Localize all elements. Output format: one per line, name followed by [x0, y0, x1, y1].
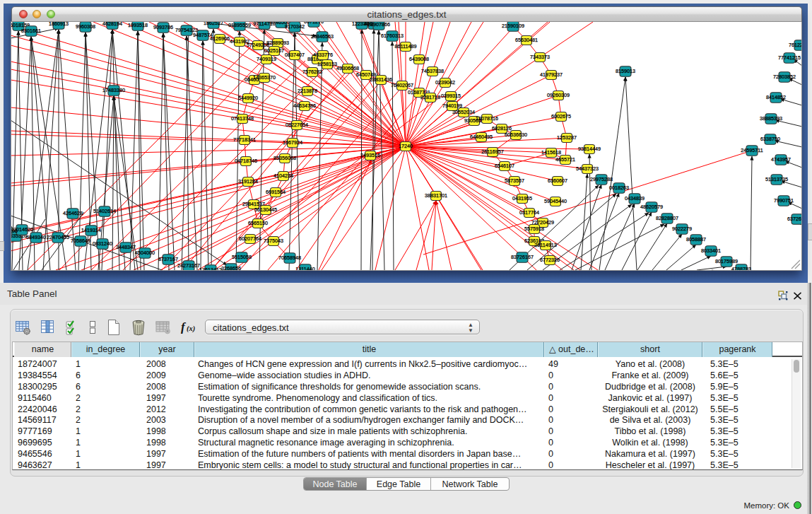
svg-text:13613412: 13613412 — [199, 267, 222, 270]
svg-text:85356068: 85356068 — [273, 155, 296, 161]
svg-text:1862527: 1862527 — [204, 22, 223, 26]
svg-text:1415618: 1415618 — [541, 149, 561, 156]
svg-text:1253287: 1253287 — [557, 134, 577, 141]
svg-text:1860913: 1860913 — [49, 22, 69, 27]
svg-text:29975288: 29975288 — [590, 176, 613, 182]
svg-text:4628194: 4628194 — [102, 22, 122, 27]
svg-text:3448347: 3448347 — [116, 244, 136, 250]
svg-text:6439008: 6439008 — [409, 56, 429, 62]
svg-text:f: f — [181, 320, 187, 334]
svg-text:74537838: 74537838 — [421, 68, 444, 74]
svg-text:5515058: 5515058 — [232, 254, 252, 260]
svg-text:4504000: 4504000 — [135, 250, 155, 256]
svg-text:44634786: 44634786 — [293, 103, 316, 109]
svg-text:6002675: 6002675 — [551, 113, 571, 119]
svg-text:8737167: 8737167 — [158, 256, 178, 262]
svg-text:4333776: 4333776 — [313, 52, 333, 58]
svg-text:17483380: 17483380 — [102, 87, 125, 93]
svg-text:8301661: 8301661 — [21, 28, 41, 34]
svg-text:26114913: 26114913 — [534, 242, 556, 248]
svg-text:5575918: 5575918 — [524, 226, 544, 232]
svg-text:0831240: 0831240 — [93, 240, 112, 247]
svg-text:2493516: 2493516 — [360, 152, 380, 158]
svg-text:7375043: 7375043 — [264, 238, 283, 244]
svg-text:6565150: 6565150 — [248, 220, 268, 226]
svg-text:4104234: 4104234 — [273, 173, 293, 179]
svg-text:7343373: 7343373 — [530, 54, 550, 60]
svg-text:83726167: 83726167 — [511, 254, 534, 260]
svg-text:30435205: 30435205 — [11, 228, 18, 234]
svg-text:60207764: 60207764 — [239, 235, 261, 242]
svg-text:5873557: 5873557 — [505, 177, 524, 184]
svg-text:82828807: 82828807 — [656, 215, 678, 221]
svg-text:7409319: 7409319 — [257, 56, 276, 62]
svg-text:0431955: 0431955 — [512, 195, 532, 201]
svg-text:3191284: 3191284 — [238, 178, 258, 185]
svg-text:9093786: 9093786 — [153, 24, 173, 30]
svg-text:24595711: 24595711 — [741, 147, 763, 153]
svg-text:51402614: 51402614 — [93, 208, 116, 214]
svg-text:28907866: 28907866 — [367, 22, 390, 28]
svg-text:49306668: 49306668 — [336, 65, 359, 71]
svg-text:56130445: 56130445 — [254, 206, 277, 213]
svg-text:1258153: 1258153 — [317, 61, 337, 67]
svg-text:9960308: 9960308 — [76, 23, 95, 30]
svg-text:26846563: 26846563 — [311, 33, 334, 40]
svg-text:9170342: 9170342 — [285, 23, 305, 30]
svg-text:6546107: 6546107 — [495, 163, 514, 169]
svg-text:38885393: 38885393 — [760, 115, 782, 122]
svg-text:2281718: 2281718 — [420, 94, 440, 100]
svg-text:4788783: 4788783 — [731, 266, 751, 270]
svg-text:08227654: 08227654 — [286, 122, 308, 128]
svg-text:28831436: 28831436 — [370, 76, 392, 83]
svg-text:7990751: 7990751 — [774, 197, 794, 204]
svg-text:8033401: 8033401 — [701, 247, 721, 254]
svg-text:6772326: 6772326 — [540, 257, 560, 263]
svg-text:77718341: 77718341 — [233, 136, 256, 143]
svg-text:77741215: 77741215 — [778, 54, 801, 61]
svg-text:82889093: 82889093 — [266, 40, 289, 46]
svg-text:72803852: 72803852 — [773, 74, 796, 80]
svg-text:17240: 17240 — [399, 143, 413, 149]
svg-text:60536630: 60536630 — [505, 132, 527, 138]
svg-text:38831701: 38831701 — [425, 192, 447, 199]
svg-text:04718746: 04718746 — [235, 158, 257, 164]
svg-text:22470455: 22470455 — [47, 234, 69, 240]
svg-text:8159013: 8159013 — [616, 68, 635, 74]
svg-text:8058887: 8058887 — [686, 236, 706, 243]
svg-text:41979237: 41979237 — [540, 71, 563, 78]
svg-text:13078716: 13078716 — [476, 115, 498, 122]
svg-text:0018263: 0018263 — [609, 185, 629, 191]
svg-text:26116957: 26116957 — [481, 148, 503, 155]
svg-text:3268656: 3268656 — [221, 265, 241, 270]
svg-text:09260309: 09260309 — [547, 92, 570, 98]
svg-text:80175989: 80175989 — [715, 258, 738, 264]
svg-text:70658948: 70658948 — [278, 255, 301, 261]
svg-text:1993518: 1993518 — [128, 22, 148, 28]
svg-text:30552034: 30552034 — [452, 109, 475, 115]
svg-text:0434839: 0434839 — [625, 195, 645, 201]
svg-text:1419314: 1419314 — [81, 227, 101, 233]
svg-text:07413748: 07413748 — [231, 115, 254, 122]
svg-text:8414852: 8414852 — [766, 94, 786, 100]
svg-text:21590109: 21590109 — [502, 23, 524, 29]
svg-text:51313735: 51313735 — [765, 176, 788, 182]
svg-text:6372651: 6372651 — [787, 216, 801, 222]
svg-text:0239042: 0239042 — [435, 79, 455, 86]
svg-text:4264628: 4264628 — [63, 210, 83, 216]
svg-text:4743957: 4743957 — [771, 156, 791, 163]
svg-text:6691564: 6691564 — [266, 189, 286, 195]
svg-text:6360607: 6360607 — [548, 177, 567, 184]
svg-text:24273167: 24273167 — [177, 262, 200, 269]
svg-text:59045440: 59045440 — [544, 198, 567, 204]
svg-text:01895559: 01895559 — [228, 22, 251, 28]
svg-text:5449920: 5449920 — [238, 95, 258, 101]
svg-text:64460495: 64460495 — [470, 134, 493, 140]
svg-text:6828126: 6828126 — [492, 125, 512, 132]
svg-text:4126906: 4126906 — [210, 35, 230, 42]
svg-text:6849340: 6849340 — [26, 234, 46, 240]
svg-text:7058649: 7058649 — [71, 238, 90, 244]
svg-text:0837407: 0837407 — [285, 52, 305, 58]
svg-text:2213878: 2213878 — [298, 88, 317, 94]
svg-text:7576283: 7576283 — [302, 69, 322, 75]
